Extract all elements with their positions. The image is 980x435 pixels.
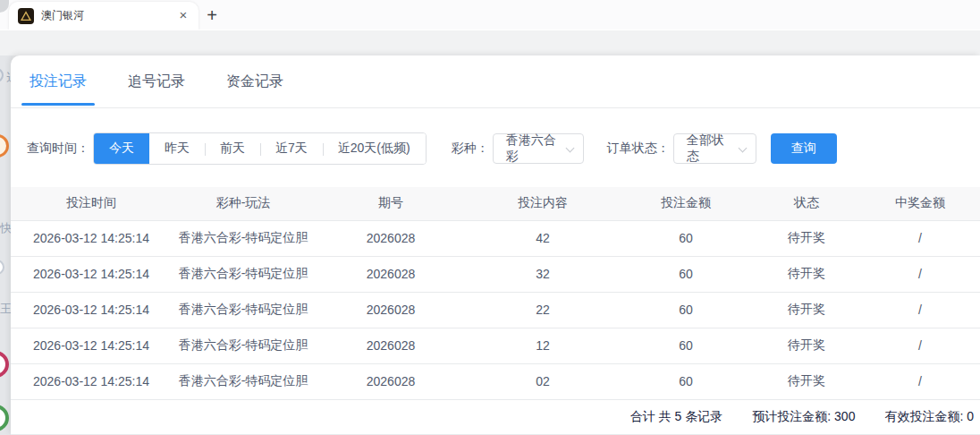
order-status-select[interactable]: 全部状态 bbox=[673, 133, 756, 164]
cell-amount: 60 bbox=[619, 328, 753, 363]
tab-chase-records[interactable]: 追号记录 bbox=[128, 55, 185, 107]
bet-records-table: 投注时间 彩种-玩法 期号 投注内容 投注金额 状态 中奖金额 2026-03-… bbox=[11, 187, 980, 400]
table-row: 2026-03-12 14:25:14 香港六合彩-特码定位胆 2026028 … bbox=[11, 256, 980, 292]
query-time-label: 查询时间： bbox=[27, 141, 89, 157]
screen: 澳门银河 × + 辶 快 王 0 0 投注记录 追号记录 资金记录 bbox=[0, 0, 980, 435]
cell-prize: / bbox=[860, 220, 980, 256]
records-tab-bar: 投注记录 追号记录 资金记录 bbox=[11, 55, 980, 108]
time-option-7days[interactable]: 近7天 bbox=[260, 133, 323, 164]
cell-issue: 2026028 bbox=[315, 328, 467, 363]
cell-bet-time: 2026-03-12 14:25:14 bbox=[11, 292, 172, 328]
cell-bet-time: 2026-03-12 14:25:14 bbox=[11, 220, 172, 256]
time-option-yesterday[interactable]: 昨天 bbox=[149, 133, 205, 164]
summary-total-records: 合计 共 5 条记录 bbox=[630, 409, 722, 425]
close-tab-icon[interactable]: × bbox=[175, 8, 191, 24]
background-lottery-ball-icon bbox=[0, 134, 9, 158]
table-row: 2026-03-12 14:25:14 香港六合彩-特码定位胆 2026028 … bbox=[11, 292, 980, 328]
background-lottery-ball-icon: 0 bbox=[0, 351, 9, 378]
cell-prize: / bbox=[860, 363, 980, 399]
cell-game-play: 香港六合彩-特码定位胆 bbox=[172, 363, 315, 399]
cell-game-play: 香港六合彩-特码定位胆 bbox=[172, 220, 315, 256]
chevron-down-icon bbox=[738, 144, 747, 153]
cell-bet-time: 2026-03-12 14:25:14 bbox=[11, 256, 172, 292]
tab-label: 追号记录 bbox=[128, 72, 185, 91]
lottery-type-value: 香港六合彩 bbox=[506, 132, 556, 165]
time-option-20days[interactable]: 近20天(低频) bbox=[323, 133, 426, 164]
col-prize: 中奖金额 bbox=[860, 187, 980, 220]
chevron-down-icon bbox=[565, 144, 574, 153]
col-amount: 投注金额 bbox=[619, 187, 753, 220]
cell-game-play: 香港六合彩-特码定位胆 bbox=[172, 256, 315, 292]
cell-game-play: 香港六合彩-特码定位胆 bbox=[172, 328, 315, 363]
col-game-play: 彩种-玩法 bbox=[172, 187, 315, 220]
lottery-type-select[interactable]: 香港六合彩 bbox=[493, 133, 584, 164]
tab-label: 投注记录 bbox=[30, 72, 87, 91]
tab-label: 资金记录 bbox=[226, 72, 283, 91]
cell-prize: / bbox=[860, 256, 980, 292]
cell-issue: 2026028 bbox=[315, 220, 467, 256]
cell-bet-time: 2026-03-12 14:25:14 bbox=[11, 363, 172, 399]
tab-title: 澳门银河 bbox=[41, 8, 175, 23]
summary-expected-amount: 预计投注金额: 300 bbox=[752, 409, 855, 425]
table-header-row: 投注时间 彩种-玩法 期号 投注内容 投注金额 状态 中奖金额 bbox=[11, 187, 980, 220]
order-status-label: 订单状态： bbox=[607, 141, 670, 157]
background-ring-icon bbox=[0, 68, 4, 82]
cell-content: 02 bbox=[467, 363, 619, 399]
table-row: 2026-03-12 14:25:14 香港六合彩-特码定位胆 2026028 … bbox=[11, 363, 980, 399]
records-panel: 投注记录 追号记录 资金记录 查询时间： 今天 昨天 前天 近7天 近20天(低… bbox=[11, 55, 980, 435]
browser-tab-bar: 澳门银河 × + bbox=[0, 0, 980, 30]
new-tab-icon[interactable]: + bbox=[200, 4, 224, 28]
cell-issue: 2026028 bbox=[315, 292, 467, 328]
cell-bet-time: 2026-03-12 14:25:14 bbox=[11, 328, 172, 363]
cell-status: 待开奖 bbox=[753, 220, 860, 256]
window-edge-decoration bbox=[0, 0, 9, 13]
tab-fund-records[interactable]: 资金记录 bbox=[226, 55, 283, 107]
background-lottery-ball-icon: 0 bbox=[0, 405, 9, 431]
order-status-value: 全部状态 bbox=[687, 132, 729, 165]
table-row: 2026-03-12 14:25:14 香港六合彩-特码定位胆 2026028 … bbox=[11, 328, 980, 363]
cell-issue: 2026028 bbox=[315, 363, 467, 399]
search-button[interactable]: 查询 bbox=[771, 133, 837, 164]
browser-toolbar-strip bbox=[0, 30, 980, 55]
cell-content: 12 bbox=[467, 328, 619, 363]
cell-content: 42 bbox=[467, 220, 619, 256]
cell-amount: 60 bbox=[619, 256, 753, 292]
cell-amount: 60 bbox=[619, 220, 753, 256]
cell-game-play: 香港六合彩-特码定位胆 bbox=[172, 292, 315, 328]
cell-status: 待开奖 bbox=[753, 328, 860, 363]
time-range-group: 今天 昨天 前天 近7天 近20天(低频) bbox=[93, 132, 427, 165]
table-row: 2026-03-12 14:25:14 香港六合彩-特码定位胆 2026028 … bbox=[11, 220, 980, 256]
cell-prize: / bbox=[860, 328, 980, 363]
col-content: 投注内容 bbox=[467, 187, 619, 220]
cell-issue: 2026028 bbox=[315, 256, 467, 292]
background-ring-icon bbox=[0, 260, 4, 275]
filter-row: 查询时间： 今天 昨天 前天 近7天 近20天(低频) 彩种： 香港六合彩 订单… bbox=[27, 132, 980, 165]
time-option-day-before[interactable]: 前天 bbox=[205, 133, 260, 164]
summary-row: 合计 共 5 条记录 预计投注金额: 300 有效投注金额: 0 bbox=[11, 400, 980, 435]
cell-prize: / bbox=[860, 292, 980, 328]
cell-content: 32 bbox=[467, 256, 619, 292]
cell-amount: 60 bbox=[619, 363, 753, 399]
col-status: 状态 bbox=[753, 187, 860, 220]
col-issue: 期号 bbox=[315, 187, 467, 220]
cell-status: 待开奖 bbox=[753, 363, 860, 399]
time-option-today[interactable]: 今天 bbox=[94, 133, 149, 164]
browser-tab[interactable]: 澳门银河 × bbox=[9, 2, 199, 30]
cell-amount: 60 bbox=[619, 292, 753, 328]
cell-status: 待开奖 bbox=[753, 256, 860, 292]
cell-status: 待开奖 bbox=[753, 292, 860, 328]
tab-bet-records[interactable]: 投注记录 bbox=[30, 55, 87, 107]
site-favicon-icon bbox=[18, 8, 34, 24]
col-bet-time: 投注时间 bbox=[11, 187, 172, 220]
summary-valid-amount: 有效投注金额: 0 bbox=[884, 409, 974, 425]
cell-content: 22 bbox=[467, 292, 619, 328]
lottery-type-label: 彩种： bbox=[452, 141, 489, 157]
